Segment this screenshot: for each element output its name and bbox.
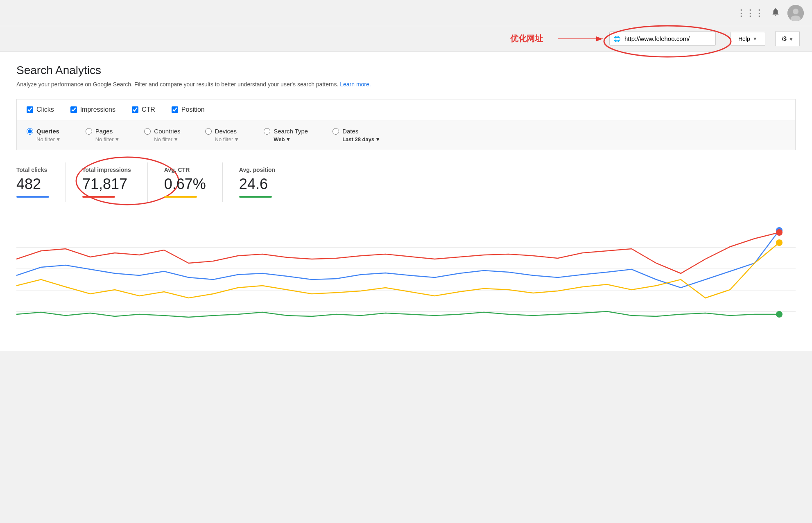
stat-total-clicks: Total clicks 482 xyxy=(16,162,66,202)
page-desc-text: Analyze your performance on Google Searc… xyxy=(16,81,338,88)
queries-radio[interactable] xyxy=(27,128,33,135)
filter-row: Queries No filter ▼ Pages No filter ▼ Co… xyxy=(16,120,796,150)
clicks-indicator-line xyxy=(16,196,49,198)
filter-pages: Pages No filter ▼ xyxy=(86,128,120,142)
grid-icon[interactable]: ⋮⋮⋮ xyxy=(737,8,764,18)
ctr-line xyxy=(16,243,779,298)
avg-ctr-value: 0.67% xyxy=(164,176,206,193)
queries-arrow-icon: ▼ xyxy=(56,136,61,142)
chart-area xyxy=(16,222,796,338)
filter-devices: Devices No filter ▼ xyxy=(205,128,240,142)
gear-icon: ⚙ xyxy=(781,35,787,42)
help-label: Help xyxy=(738,36,750,42)
annotation-arrow xyxy=(558,33,607,45)
devices-label: Devices xyxy=(215,128,237,135)
pages-label: Pages xyxy=(95,128,113,135)
filter-dates: Dates Last 28 days ▼ xyxy=(332,128,380,142)
dates-value[interactable]: Last 28 days ▼ xyxy=(342,136,380,142)
stat-total-impressions: Total impressions 71,817 xyxy=(82,162,148,202)
ctr-label: CTR xyxy=(142,106,155,113)
countries-label: Countries xyxy=(154,128,180,135)
position-checkbox[interactable]: Position xyxy=(172,106,205,113)
countries-radio[interactable] xyxy=(144,128,151,135)
impressions-line xyxy=(16,232,779,273)
countries-arrow-icon: ▼ xyxy=(173,136,179,142)
dates-label: Dates xyxy=(342,128,358,135)
stats-row: Total clicks 482 Total impressions 71,81… xyxy=(16,162,796,210)
settings-chevron-icon: ▼ xyxy=(789,36,794,42)
impressions-indicator-line xyxy=(82,196,115,198)
page-description: Analyze your performance on Google Searc… xyxy=(16,81,796,88)
top-bar: ⋮⋮⋮ xyxy=(0,0,812,26)
clicks-checkbox-input[interactable] xyxy=(27,106,33,113)
ctr-checkbox[interactable]: CTR xyxy=(132,106,155,113)
url-input-wrap: 🌐 xyxy=(609,32,716,46)
page-title: Search Analytics xyxy=(16,64,796,77)
pages-radio[interactable] xyxy=(86,128,92,135)
dates-arrow-icon: ▼ xyxy=(375,136,380,142)
queries-radio-label[interactable]: Queries xyxy=(27,128,59,135)
clicks-label: Clicks xyxy=(36,106,54,113)
help-chevron-icon: ▼ xyxy=(753,36,758,42)
stat-avg-ctr: Avg. CTR 0.67% xyxy=(164,162,223,202)
ctr-checkbox-input[interactable] xyxy=(132,106,138,113)
ctr-indicator-line xyxy=(164,196,197,198)
stat-avg-position: Avg. position 24.6 xyxy=(239,162,292,202)
learn-more-link[interactable]: Learn more. xyxy=(340,81,371,88)
main-content: Search Analytics Analyze your performanc… xyxy=(0,52,812,351)
queries-filter-sub[interactable]: No filter ▼ xyxy=(36,136,61,142)
search-type-value[interactable]: Web ▼ xyxy=(274,136,291,142)
avg-ctr-label: Avg. CTR xyxy=(164,167,206,173)
dates-radio-label[interactable]: Dates xyxy=(332,128,358,135)
search-type-radio-label[interactable]: Search Type xyxy=(264,128,308,135)
search-type-arrow-icon: ▼ xyxy=(285,136,291,142)
filter-countries: Countries No filter ▼ xyxy=(144,128,180,142)
chart-svg xyxy=(16,226,796,333)
countries-radio-label[interactable]: Countries xyxy=(144,128,180,135)
notification-bell-icon[interactable] xyxy=(771,7,780,19)
search-type-label: Search Type xyxy=(274,128,308,135)
total-impressions-label: Total impressions xyxy=(82,167,131,173)
pages-filter-sub[interactable]: No filter ▼ xyxy=(95,136,120,142)
annotation-chinese-label: 优化网址 xyxy=(510,33,543,44)
impressions-endpoint-dot xyxy=(776,229,783,236)
total-clicks-value: 482 xyxy=(16,176,49,193)
url-input[interactable] xyxy=(609,32,716,46)
devices-radio[interactable] xyxy=(205,128,212,135)
position-line xyxy=(16,311,779,317)
position-endpoint-dot xyxy=(776,311,783,318)
pages-arrow-icon: ▼ xyxy=(114,136,120,142)
avg-position-value: 24.6 xyxy=(239,176,275,193)
total-impressions-value: 71,817 xyxy=(82,176,131,193)
countries-filter-sub[interactable]: No filter ▼ xyxy=(154,136,179,142)
devices-filter-sub[interactable]: No filter ▼ xyxy=(215,136,240,142)
filter-search-type: Search Type Web ▼ xyxy=(264,128,308,142)
pages-radio-label[interactable]: Pages xyxy=(86,128,113,135)
position-checkbox-input[interactable] xyxy=(172,106,178,113)
position-indicator-line xyxy=(239,196,272,198)
queries-label: Queries xyxy=(36,128,59,135)
impressions-checkbox[interactable]: Impressions xyxy=(70,106,115,113)
ctr-endpoint-dot xyxy=(776,239,783,246)
help-button[interactable]: Help ▼ xyxy=(731,32,765,46)
clicks-checkbox[interactable]: Clicks xyxy=(27,106,54,113)
svg-point-1 xyxy=(793,9,798,14)
metrics-row: Clicks Impressions CTR Position xyxy=(16,99,796,120)
avatar[interactable] xyxy=(787,5,804,21)
filter-queries: Queries No filter ▼ xyxy=(27,128,61,142)
devices-arrow-icon: ▼ xyxy=(234,136,239,142)
devices-radio-label[interactable]: Devices xyxy=(205,128,237,135)
clicks-line xyxy=(16,230,779,288)
impressions-label: Impressions xyxy=(80,106,115,113)
position-label: Position xyxy=(181,106,205,113)
avg-position-label: Avg. position xyxy=(239,167,275,173)
url-globe-icon: 🌐 xyxy=(613,36,620,42)
search-type-radio[interactable] xyxy=(264,128,270,135)
top-bar-icons: ⋮⋮⋮ xyxy=(737,5,804,21)
dates-radio[interactable] xyxy=(332,128,339,135)
total-clicks-label: Total clicks xyxy=(16,167,49,173)
impressions-checkbox-input[interactable] xyxy=(70,106,77,113)
settings-button[interactable]: ⚙ ▼ xyxy=(775,31,800,46)
